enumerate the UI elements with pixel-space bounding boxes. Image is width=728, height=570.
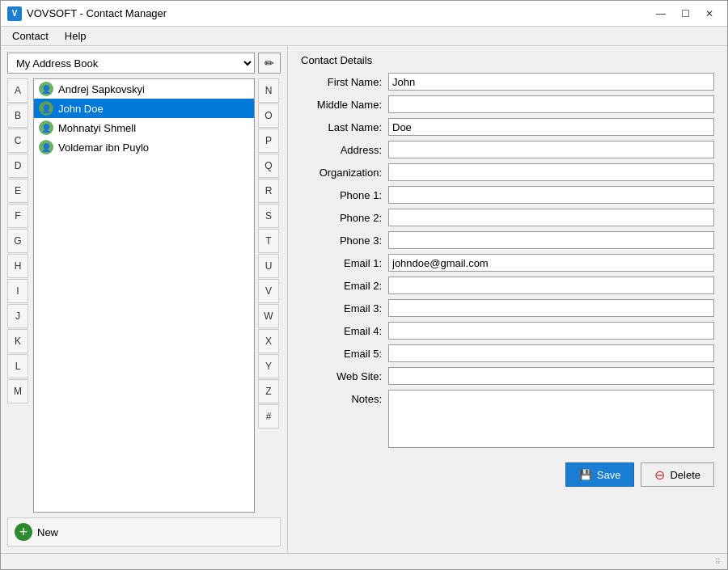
letter-f[interactable]: F <box>7 204 28 228</box>
letter-c[interactable]: C <box>7 129 28 153</box>
contact-details-title: Contact Details <box>301 54 714 66</box>
right-panel: Contact Details First Name: Middle Name:… <box>288 46 727 553</box>
phone1-input[interactable] <box>388 186 714 204</box>
address-label: Address: <box>301 144 382 156</box>
close-button[interactable]: ✕ <box>698 5 721 23</box>
main-content: My Address Book ✏ A B C D E F G H I J <box>1 46 727 553</box>
letter-m[interactable]: M <box>7 379 28 403</box>
letter-r[interactable]: R <box>258 179 279 203</box>
main-window: V VOVSOFT - Contact Manager — ☐ ✕ Contac… <box>0 0 728 570</box>
contact-name: John Doe <box>58 103 104 115</box>
list-item[interactable]: 👤 John Doe <box>34 99 254 118</box>
letter-i[interactable]: I <box>7 279 28 303</box>
new-contact-icon[interactable]: + <box>15 523 32 541</box>
resize-handle: ⠿ <box>715 558 721 566</box>
website-row: Web Site: <box>301 367 714 385</box>
letter-z[interactable]: Z <box>258 379 279 403</box>
letter-x[interactable]: X <box>258 329 279 353</box>
first-name-input[interactable] <box>388 73 714 91</box>
letter-e[interactable]: E <box>7 179 28 203</box>
letter-d[interactable]: D <box>7 154 28 178</box>
save-label: Save <box>597 469 621 481</box>
notes-row: Notes: <box>301 390 714 448</box>
edit-address-book-button[interactable]: ✏ <box>258 53 281 74</box>
letter-l[interactable]: L <box>7 354 28 378</box>
letter-y[interactable]: Y <box>258 354 279 378</box>
letter-h[interactable]: H <box>7 254 28 278</box>
email5-label: Email 5: <box>301 348 382 360</box>
email5-input[interactable] <box>388 344 714 362</box>
letter-p[interactable]: P <box>258 129 279 153</box>
address-input[interactable] <box>388 141 714 158</box>
last-name-row: Last Name: <box>301 118 714 136</box>
website-input[interactable] <box>388 367 714 385</box>
email4-input[interactable] <box>388 322 714 340</box>
person-icon: 👤 <box>41 104 51 113</box>
email5-row: Email 5: <box>301 344 714 362</box>
letter-s[interactable]: S <box>258 204 279 228</box>
letter-q[interactable]: Q <box>258 154 279 178</box>
contact-name: Mohnatyi Shmell <box>58 122 136 134</box>
email2-input[interactable] <box>388 277 714 294</box>
letter-b[interactable]: B <box>7 103 28 128</box>
contact-list: 👤 Andrej Sapkovskyi 👤 John Doe 👤 <box>33 78 255 513</box>
email3-input[interactable] <box>388 299 714 317</box>
email1-label: Email 1: <box>301 257 382 269</box>
address-book-select[interactable]: My Address Book <box>7 53 255 74</box>
middle-name-row: Middle Name: <box>301 95 714 113</box>
menu-help[interactable]: Help <box>57 28 95 44</box>
menu-contact[interactable]: Contact <box>4 28 57 44</box>
title-bar-left: V VOVSOFT - Contact Manager <box>7 6 167 21</box>
phone1-row: Phone 1: <box>301 186 714 204</box>
letter-a[interactable]: A <box>7 78 28 103</box>
letter-n[interactable]: N <box>258 78 279 103</box>
window-title: VOVSOFT - Contact Manager <box>27 7 167 19</box>
letter-w[interactable]: W <box>258 304 279 328</box>
avatar: 👤 <box>39 120 53 135</box>
first-name-label: First Name: <box>301 76 382 88</box>
letter-o[interactable]: O <box>258 103 279 128</box>
new-button-area: + New <box>7 517 281 547</box>
phone3-input[interactable] <box>388 231 714 249</box>
email4-row: Email 4: <box>301 322 714 340</box>
left-panel: My Address Book ✏ A B C D E F G H I J <box>1 46 288 553</box>
letter-k[interactable]: K <box>7 329 28 353</box>
minimize-button[interactable]: — <box>650 5 672 23</box>
phone1-label: Phone 1: <box>301 189 382 201</box>
notes-textarea[interactable] <box>388 390 714 448</box>
email3-label: Email 3: <box>301 302 382 315</box>
letter-t[interactable]: T <box>258 229 279 253</box>
avatar: 👤 <box>39 140 53 154</box>
letter-j[interactable]: J <box>7 304 28 328</box>
middle-name-label: Middle Name: <box>301 99 382 111</box>
person-icon: 👤 <box>41 85 51 94</box>
contact-name: Voldemar ibn Puylo <box>58 141 149 154</box>
list-item[interactable]: 👤 Voldemar ibn Puylo <box>34 137 254 157</box>
email2-label: Email 2: <box>301 280 382 292</box>
organization-input[interactable] <box>388 163 714 181</box>
email1-input[interactable] <box>388 254 714 272</box>
notes-label: Notes: <box>301 390 382 405</box>
website-label: Web Site: <box>301 370 382 382</box>
list-item[interactable]: 👤 Mohnatyi Shmell <box>34 118 254 137</box>
letter-hash[interactable]: # <box>258 404 279 429</box>
organization-label: Organization: <box>301 167 382 179</box>
middle-name-input[interactable] <box>388 95 714 113</box>
letter-g[interactable]: G <box>7 229 28 253</box>
save-button[interactable]: 💾 Save <box>565 462 635 487</box>
letter-v[interactable]: V <box>258 279 279 303</box>
phone2-input[interactable] <box>388 209 714 226</box>
maximize-button[interactable]: ☐ <box>674 5 696 23</box>
list-item[interactable]: 👤 Andrej Sapkovskyi <box>34 79 254 99</box>
delete-button[interactable]: ⊖ Delete <box>641 462 714 487</box>
letter-u[interactable]: U <box>258 254 279 278</box>
email1-row: Email 1: <box>301 254 714 272</box>
letter-nav-right: N O P Q R S T U V W X Y Z # <box>258 78 281 513</box>
new-button-label: New <box>37 526 58 538</box>
last-name-input[interactable] <box>388 118 714 136</box>
phone3-row: Phone 3: <box>301 231 714 249</box>
phone2-label: Phone 2: <box>301 212 382 224</box>
address-book-wrapper: My Address Book <box>7 53 255 74</box>
person-icon: 👤 <box>41 143 51 152</box>
email2-row: Email 2: <box>301 277 714 294</box>
